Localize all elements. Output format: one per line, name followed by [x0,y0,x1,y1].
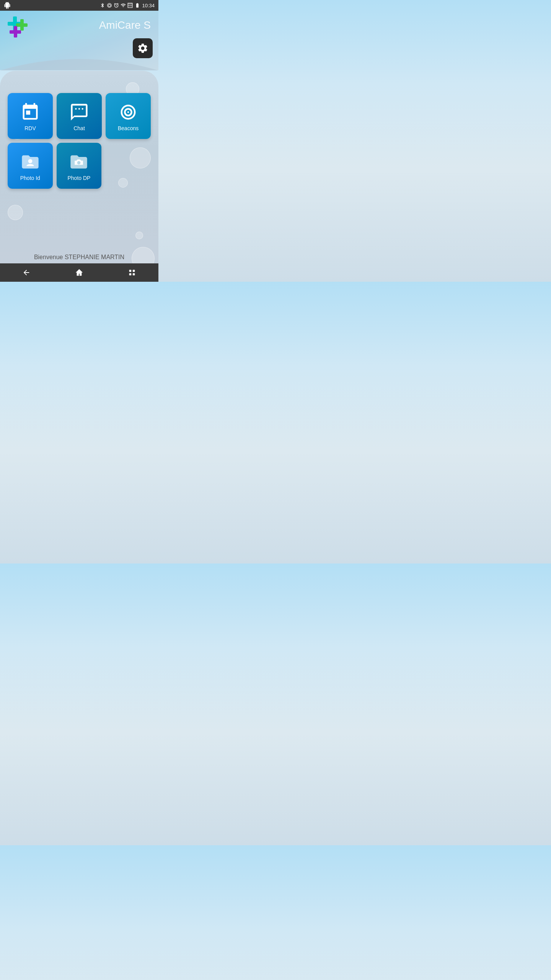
photo-id-button[interactable]: Photo Id [8,143,53,189]
status-bar-left [4,2,11,9]
android-icon [4,2,11,9]
back-button[interactable] [20,266,33,279]
buttons-row-2: Photo Id Photo DP [8,143,151,189]
photo-dp-label: Photo DP [67,175,90,181]
photo-dp-button[interactable]: Photo DP [57,143,102,189]
rdv-button[interactable]: RDV [8,93,53,139]
svg-rect-10 [133,273,135,276]
bubble-6 [135,232,143,239]
bubble-5 [8,205,23,220]
recents-icon [128,268,136,277]
gear-icon [137,42,148,54]
svg-point-6 [28,159,32,163]
bluetooth-icon [100,3,105,8]
beacons-button[interactable]: Beacons [106,93,151,139]
folder-person-icon [20,152,40,172]
welcome-text: Bienvenue STEPHANIE MARTIN [34,254,124,260]
chat-icon [69,102,89,122]
home-button[interactable] [72,266,86,279]
time-display: 10:34 [142,3,155,8]
recents-button[interactable] [125,266,139,279]
calendar-icon [20,102,40,122]
chat-button[interactable]: Chat [57,93,102,139]
photo-id-label: Photo Id [20,175,40,181]
bottom-nav-bar [0,263,158,282]
status-bar: 10:34 [0,0,158,11]
rdv-label: RDV [24,125,36,131]
alarm-icon [114,3,119,8]
app-title: AmiCare S [99,19,151,31]
logo-crosses [8,16,33,41]
folder-camera-icon [69,152,89,172]
battery-icon [134,3,140,8]
broadcast-icon [118,102,138,122]
svg-rect-9 [129,273,132,276]
logo-svg [8,16,34,43]
wifi-icon [121,3,126,8]
status-bar-right: 10:34 [100,3,155,8]
main-content: RDV Chat Beacons Pho [0,87,158,196]
settings-button[interactable] [133,38,153,58]
svg-rect-5 [14,26,17,38]
signal-icon [127,3,133,8]
svg-rect-3 [20,19,24,31]
target-icon [107,3,112,8]
footer: Bienvenue STEPHANIE MARTIN [0,254,158,261]
beacons-label: Beacons [118,125,139,131]
back-icon [22,268,31,277]
buttons-row-1: RDV Chat Beacons [8,93,151,139]
svg-rect-7 [129,270,132,272]
svg-rect-8 [133,270,135,272]
home-icon [75,268,83,277]
chat-label: Chat [73,125,85,131]
